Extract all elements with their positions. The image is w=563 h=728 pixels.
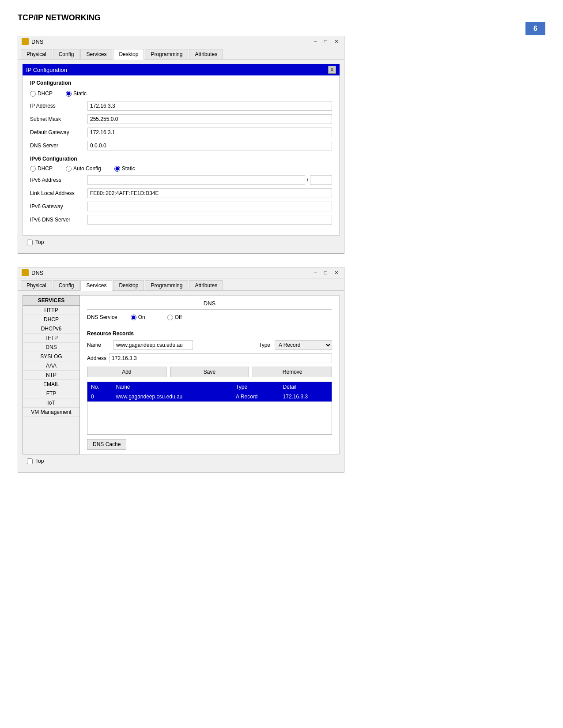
ipv6-static-radio[interactable] — [114, 166, 120, 172]
link-local-label: Link Local Address — [30, 190, 87, 196]
ipv6-slash: / — [305, 177, 310, 183]
ipv6-dns-input[interactable] — [87, 215, 332, 225]
dns-server-row: DNS Server — [30, 141, 332, 150]
rr-type-label: Type — [259, 342, 270, 348]
dns-off-radio-item[interactable]: Off — [167, 314, 182, 320]
ipv6-dns-row: IPv6 DNS Server — [30, 215, 332, 225]
service-http[interactable]: HTTP — [23, 306, 79, 315]
dns-row-no: 0 — [87, 392, 112, 402]
ip-config-close[interactable]: X — [328, 66, 336, 74]
add-button[interactable]: Add — [87, 367, 166, 377]
tab2-desktop[interactable]: Desktop — [113, 280, 144, 290]
static-radio[interactable] — [66, 91, 72, 97]
tab1-attributes[interactable]: Attributes — [189, 49, 223, 59]
window1: DNS − □ ✕ Physical Config Services Deskt… — [18, 36, 344, 254]
service-dhcpv6[interactable]: DHCPv6 — [23, 324, 79, 334]
ipv6-prefix-input[interactable] — [310, 175, 332, 185]
service-ntp[interactable]: NTP — [23, 371, 79, 380]
window1-close[interactable]: ✕ — [333, 38, 340, 45]
ipv6-auto-radio-item[interactable]: Auto Config — [66, 165, 101, 172]
ipv6-gateway-label: IPv6 Gateway — [30, 203, 87, 210]
window2-close[interactable]: ✕ — [333, 270, 340, 276]
service-tftp[interactable]: TFTP — [23, 334, 79, 343]
dns-service-label: DNS Service — [87, 314, 117, 320]
ip-address-input[interactable] — [87, 101, 332, 111]
service-dhcp[interactable]: DHCP — [23, 315, 79, 324]
tab2-attributes[interactable]: Attributes — [189, 280, 223, 290]
top-label-1: Top — [35, 239, 44, 245]
ipv6-auto-radio[interactable] — [66, 166, 72, 172]
tab2-services[interactable]: Services — [80, 280, 112, 291]
dhcp-radio[interactable] — [30, 91, 36, 97]
rr-type-select[interactable]: A Record AAAA Record CNAME Record — [275, 340, 332, 350]
window1-maximize[interactable]: □ — [322, 38, 329, 45]
tab1-services[interactable]: Services — [80, 49, 112, 59]
tab1-desktop[interactable]: Desktop — [113, 49, 144, 60]
ipv6-radio-group: DHCP Auto Config Static — [30, 165, 332, 172]
dns-on-radio[interactable] — [131, 315, 136, 320]
service-aaa[interactable]: AAA — [23, 361, 79, 371]
top-checkbox-2[interactable] — [27, 458, 33, 464]
dhcp-radio-item[interactable]: DHCP — [30, 90, 53, 97]
tab1-config[interactable]: Config — [53, 49, 80, 59]
window2-minimize[interactable]: − — [312, 270, 319, 276]
link-local-input[interactable] — [87, 188, 332, 198]
window1-titlebar: DNS − □ ✕ — [18, 36, 344, 47]
dns-row-detail: 172.16.3.3 — [280, 392, 332, 402]
dns-service-row: DNS Service On Off — [87, 314, 332, 325]
dns-col-no: No. — [87, 382, 112, 392]
service-syslog[interactable]: SYSLOG — [23, 352, 79, 361]
ip-config-content: IP Configuration DHCP Static IP Address — [23, 75, 340, 236]
tab2-programming[interactable]: Programming — [145, 280, 188, 290]
tab2-physical[interactable]: Physical — [21, 280, 52, 290]
dns-col-detail: Detail — [280, 382, 332, 392]
ipv6-address-row: IPv6 Address / — [30, 175, 332, 185]
rr-name-label: Name — [87, 342, 109, 348]
ipv6-static-radio-item[interactable]: Static — [114, 165, 135, 172]
window2-body: SERVICES HTTP DHCP DHCPv6 TFTP DNS SYSLO… — [18, 291, 344, 472]
service-dns[interactable]: DNS — [23, 343, 79, 352]
window1-body: IP Configuration X IP Configuration DHCP… — [18, 60, 344, 253]
service-vm[interactable]: VM Management — [23, 408, 79, 417]
dns-server-input[interactable] — [87, 141, 332, 150]
ipv6-dhcp-radio[interactable] — [30, 166, 36, 172]
dns-records-table: No. Name Type Detail 0 www.gagandeep.csu… — [87, 382, 332, 402]
tab2-config[interactable]: Config — [53, 280, 80, 290]
service-email[interactable]: EMAIL — [23, 380, 79, 389]
ipv6-dns-label: IPv6 DNS Server — [30, 217, 87, 223]
rr-address-input[interactable] — [109, 353, 332, 363]
ipv6-dhcp-radio-item[interactable]: DHCP — [30, 165, 53, 172]
subnet-mask-input[interactable] — [87, 114, 332, 124]
window1-title-left: DNS — [22, 38, 43, 45]
top-checkbox-1[interactable] — [27, 240, 33, 245]
dns-row-type: A Record — [232, 392, 279, 402]
tab1-programming[interactable]: Programming — [145, 49, 188, 59]
default-gateway-label: Default Gateway — [30, 129, 87, 135]
dns-on-radio-item[interactable]: On — [131, 314, 145, 320]
dns-records-table-area: No. Name Type Detail 0 www.gagandeep.csu… — [87, 382, 332, 435]
dns-table-row[interactable]: 0 www.gagandeep.csu.edu.au A Record 172.… — [87, 392, 332, 402]
default-gateway-input[interactable] — [87, 128, 332, 137]
window1-top-row: Top — [23, 236, 340, 249]
window2-titlebar: DNS − □ ✕ — [18, 267, 344, 278]
ipv4-radio-group: DHCP Static — [30, 90, 332, 97]
ipv6-address-input[interactable] — [87, 175, 305, 185]
top-label-2: Top — [35, 458, 44, 464]
static-label: Static — [73, 90, 87, 97]
dns-off-label: Off — [175, 314, 182, 320]
save-button[interactable]: Save — [170, 367, 249, 377]
dns-row-name: www.gagandeep.csu.edu.au — [112, 392, 232, 402]
services-layout: SERVICES HTTP DHCP DHCPv6 TFTP DNS SYSLO… — [23, 295, 340, 454]
dns-off-radio[interactable] — [167, 315, 173, 320]
window1-minimize[interactable]: − — [312, 38, 319, 45]
ipv6-gateway-input[interactable] — [87, 202, 332, 211]
tab1-physical[interactable]: Physical — [21, 49, 52, 59]
dns-cache-button[interactable]: DNS Cache — [87, 439, 126, 450]
static-radio-item[interactable]: Static — [66, 90, 87, 97]
service-iot[interactable]: IoT — [23, 398, 79, 408]
rr-name-input[interactable] — [113, 340, 193, 350]
window2-maximize[interactable]: □ — [322, 270, 329, 276]
remove-button[interactable]: Remove — [253, 367, 332, 377]
ip-config-subtitle: IP Configuration — [30, 80, 332, 86]
service-ftp[interactable]: FTP — [23, 389, 79, 398]
